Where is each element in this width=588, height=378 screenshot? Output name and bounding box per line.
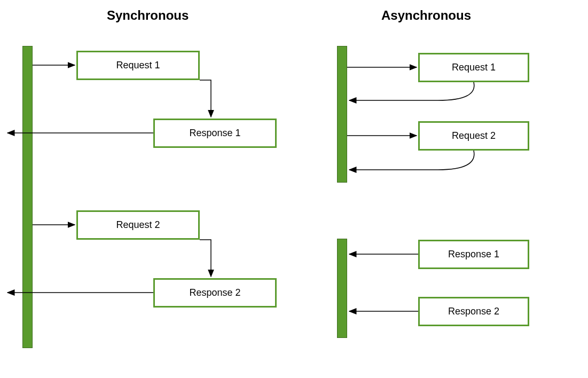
sync-response2-box: Response 2 [153,278,277,308]
async-request2-box: Request 2 [418,121,529,151]
sync-response1-box: Response 1 [153,119,277,148]
sync-request2-label: Request 2 [116,219,160,231]
sync-request1-box: Request 1 [76,51,200,80]
asynchronous-title: Asynchronous [381,8,471,23]
sync-response1-label: Response 1 [189,128,240,139]
async-request1-label: Request 1 [452,62,496,73]
sync-timeline-bar [22,46,33,348]
synchronous-title: Synchronous [107,8,189,23]
async-request2-label: Request 2 [452,130,496,141]
sync-response2-label: Response 2 [189,287,240,298]
async-response2-box: Response 2 [418,297,529,326]
async-timeline-bar-top [337,46,347,183]
async-response2-label: Response 2 [448,306,499,317]
async-timeline-bar-bottom [337,239,347,338]
sync-request1-label: Request 1 [116,60,160,71]
sync-request2-box: Request 2 [76,210,200,240]
async-request1-box: Request 1 [418,53,529,82]
async-response1-box: Response 1 [418,240,529,269]
async-response1-label: Response 1 [448,249,499,260]
